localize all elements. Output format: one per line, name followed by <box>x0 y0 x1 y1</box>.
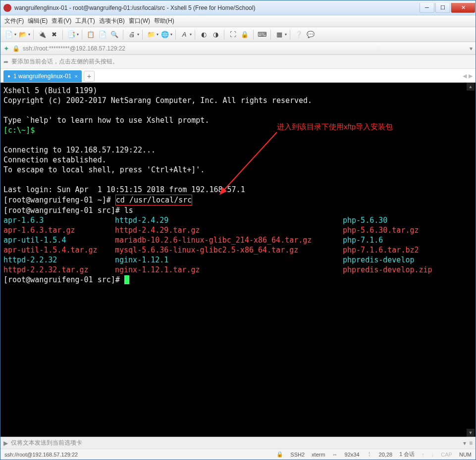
status-term: xterm <box>312 452 325 458</box>
send-icon[interactable]: ▶ <box>3 440 8 447</box>
menubar: 文件(F) 编辑(E) 查看(V) 工具(T) 选项卡(B) 窗口(W) 帮助(… <box>0 15 476 27</box>
status-pos: 20,28 <box>379 452 393 458</box>
xftp-icon[interactable]: 📁 <box>146 29 157 40</box>
annotation-text: 进入到该目录下使用xftp导入安装包 <box>277 122 393 132</box>
status-cap: CAP <box>441 452 452 458</box>
menu-window[interactable]: 窗口(W) <box>129 17 150 25</box>
palette-icon[interactable]: ◑ <box>210 29 221 40</box>
copy-icon[interactable]: 📋 <box>85 29 96 40</box>
send-hint[interactable]: 仅将文本发送到当前选项卡 <box>11 439 460 447</box>
status-pos-icon: ⋮ <box>367 451 372 458</box>
menu-tools[interactable]: 工具(T) <box>75 17 95 25</box>
menu-edit[interactable]: 编辑(E) <box>28 17 48 25</box>
addressbar: ✦ 🔒 ssh://root:*********@192.168.57.129:… <box>0 42 476 55</box>
address-text[interactable]: ssh://root:*********@192.168.57.129:22 <box>23 45 467 52</box>
send-dropdown-icon[interactable]: ▾ <box>463 440 466 447</box>
open-icon[interactable]: 📂 <box>17 29 28 40</box>
new-tab-button[interactable]: + <box>84 71 95 82</box>
find-icon[interactable]: 🔍 <box>109 29 120 40</box>
maximize-button[interactable]: ☐ <box>435 3 450 13</box>
lock-icon[interactable]: 🔒 <box>239 29 250 40</box>
status-down-icon[interactable]: ↓ <box>431 452 434 458</box>
hint-text: 要添加当前会话，点击左侧的箭头按钮。 <box>11 57 118 66</box>
lock-status-icon: 🔒 <box>12 45 20 52</box>
menu-help[interactable]: 帮助(H) <box>154 17 174 25</box>
status-size: 92x34 <box>345 452 360 458</box>
menu-view[interactable]: 查看(V) <box>52 17 71 25</box>
scroll-down-icon[interactable]: ▼ <box>467 429 475 437</box>
toolbar: 📄▾ 📂▾ 🔌 ✖ 📑▾ 📋 📄 🔍 🖨▾ 📁▾ 🌐▾ A▾ ◐ ◑ ⛶ 🔒 ⌨… <box>0 27 476 42</box>
terminal-cursor <box>124 275 129 284</box>
print-icon[interactable]: 🖨 <box>126 29 137 40</box>
terminal-scrollbar[interactable]: ▲ ▼ <box>467 83 475 437</box>
status-proto: SSH2 <box>290 452 305 458</box>
status-up-icon[interactable]: ↑ <box>422 452 424 458</box>
app-icon <box>3 4 11 12</box>
font-icon[interactable]: A <box>179 29 190 40</box>
help-icon[interactable]: ❔ <box>293 29 304 40</box>
tab-label: 1 wangruifenglinux-01 <box>13 73 71 80</box>
paste-icon[interactable]: 📄 <box>97 29 108 40</box>
statusbar: ssh://root@192.168.57.129:22 🔒 SSH2 xter… <box>0 449 476 460</box>
keyboard-icon[interactable]: ⌨ <box>257 29 267 40</box>
properties-icon[interactable]: 📑 <box>66 29 77 40</box>
fullscreen-icon[interactable]: ⛶ <box>227 29 238 40</box>
add-session-icon[interactable]: ✦ <box>3 45 9 52</box>
close-button[interactable]: ✕ <box>451 3 475 13</box>
scroll-up-icon[interactable]: ▲ <box>467 83 475 91</box>
window-title: wangruifenglinux-01 - root@wangruifeng-0… <box>14 4 419 11</box>
status-sessions: 1 会话 <box>399 451 415 458</box>
about-icon[interactable]: 💬 <box>305 29 316 40</box>
tab-close-icon[interactable]: × <box>74 73 77 79</box>
tab-prev-icon[interactable]: ◀ <box>463 73 467 79</box>
color-icon[interactable]: ◐ <box>198 29 209 40</box>
status-proto-icon: 🔒 <box>276 451 283 458</box>
terminal-area[interactable]: Xshell 5 (Build 1199) Copyright (c) 2002… <box>0 83 476 437</box>
send-menu-icon[interactable]: ≡ <box>469 440 473 447</box>
window-titlebar: wangruifenglinux-01 - root@wangruifeng-0… <box>0 0 476 15</box>
menu-file[interactable]: 文件(F) <box>4 17 24 25</box>
tab-next-icon[interactable]: ▶ <box>469 73 473 79</box>
hintbar: ➦ 要添加当前会话，点击左侧的箭头按钮。 <box>0 55 476 69</box>
web-icon[interactable]: 🌐 <box>159 29 170 40</box>
disconnect-icon[interactable]: ✖ <box>49 29 59 40</box>
tab-status-icon: ● <box>7 73 10 79</box>
send-bar: ▶ 仅将文本发送到当前选项卡 ▾ ≡ <box>0 437 476 449</box>
status-size-icon: ↔ <box>332 452 338 458</box>
terminal-output[interactable]: Xshell 5 (Build 1199) Copyright (c) 2002… <box>0 83 476 437</box>
layout-icon[interactable]: ▦ <box>274 29 285 40</box>
tabbar: ● 1 wangruifenglinux-01 × + ◀ ▶ <box>0 69 476 83</box>
minimize-button[interactable]: ─ <box>420 3 434 13</box>
reconnect-icon[interactable]: 🔌 <box>37 29 48 40</box>
status-connection: ssh://root@192.168.57.129:22 <box>4 452 78 458</box>
status-num: NUM <box>459 452 472 458</box>
new-session-icon[interactable]: 📄 <box>3 29 14 40</box>
hint-arrow-icon[interactable]: ➦ <box>3 58 8 65</box>
session-tab[interactable]: ● 1 wangruifenglinux-01 × <box>3 70 82 82</box>
address-dropdown-icon[interactable]: ▾ <box>470 45 473 52</box>
menu-tabs[interactable]: 选项卡(B) <box>99 17 125 25</box>
